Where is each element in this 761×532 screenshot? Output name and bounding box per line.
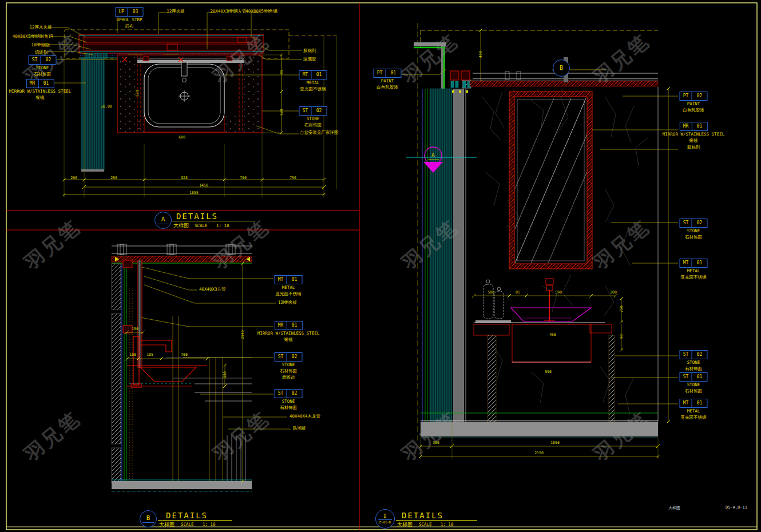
callout-tag: ST xyxy=(680,373,692,381)
dim: 590 xyxy=(555,290,562,295)
callout-tag: ST xyxy=(275,390,287,398)
callout-line: 石材饰面 xyxy=(685,388,702,394)
callout-num: 01 xyxy=(692,259,707,267)
callout-st02: ST02 STONE 石材饰面 xyxy=(299,106,327,128)
callout-tag: PT xyxy=(680,92,692,100)
callout-st01: ST01 STONE 石材饰面 xyxy=(680,372,708,394)
title-bubble-b: B xyxy=(140,510,157,527)
note-plywood: 12厚夹板 xyxy=(167,9,185,14)
callout-line: MIRROR W/STAINLESS STEEL xyxy=(257,330,319,336)
note-adhesive: 胶粘剂 xyxy=(687,145,700,150)
callout-tag: UP xyxy=(116,8,128,16)
callout-line: METAL xyxy=(687,408,700,414)
callout-st02: ST02 STONE 石材饰面 xyxy=(275,389,303,411)
callout-line: 白色乳胶漆 xyxy=(683,107,704,113)
callout-line: METAL xyxy=(282,284,295,291)
callout-line: 亚光面不锈钢 xyxy=(681,414,707,420)
cad-sheet: { "watermark": { "text": "羽兄笔" }, "foote… xyxy=(0,0,761,532)
scale-label: SCALE xyxy=(195,223,208,228)
callout-line: 石材饰面 xyxy=(685,234,702,240)
callout-line: PAINT xyxy=(381,78,394,84)
dim: 450 xyxy=(549,332,556,337)
callout-num: 01 xyxy=(312,71,327,79)
dim: 520 xyxy=(135,90,140,97)
callout-tag: MR xyxy=(27,80,39,88)
callout-st02: ST02 STONE 石材饰面 xyxy=(680,350,708,372)
dim: 200 xyxy=(610,290,617,295)
callout-st02: ST02 STONE 石材饰面 xyxy=(680,219,708,240)
callout-line: STONE xyxy=(36,65,49,71)
note-edge-finish: 磨圆边 xyxy=(282,374,295,380)
detail-a-linework xyxy=(0,0,359,211)
callout-num: 01 xyxy=(692,122,707,130)
section-marker-b: B xyxy=(553,59,570,77)
dim: 1855 xyxy=(189,190,199,195)
callout-tag: MT xyxy=(680,399,692,407)
scale-value: 1: 10 xyxy=(216,223,229,228)
callout-tag: MR xyxy=(680,122,692,130)
detail-c-title: DETAILS xyxy=(402,511,443,520)
note-glass-glue: 玻璃胶 xyxy=(303,57,316,62)
callout-num: 02 xyxy=(312,107,327,115)
callout-num: 02 xyxy=(692,351,707,359)
dim: 150 xyxy=(223,371,227,378)
note-wood-frame: 40X40X4木龙骨 xyxy=(290,414,320,419)
callout-tag: ST xyxy=(680,351,692,359)
callout-line: 银镜 xyxy=(689,137,698,144)
callout-tag: ST xyxy=(275,353,287,361)
dim: 2540 xyxy=(240,330,245,339)
callout-line: 银镜 xyxy=(36,94,45,101)
section-marker-a: A xyxy=(431,152,434,158)
scale-value: 1: 10 xyxy=(203,522,216,527)
callout-num: 01 xyxy=(692,373,707,381)
callout-line: 亚光面不锈钢 xyxy=(681,274,707,280)
dim: 700 xyxy=(181,352,188,357)
note-sealant: 填缝剂 xyxy=(35,50,48,55)
callout-tag: MT xyxy=(300,71,312,79)
note-plywood-12: 12MM夹板 xyxy=(278,300,297,305)
note-square-tube: 40X40X3方管 xyxy=(199,287,226,292)
note-adhesive: 胶粘剂 xyxy=(303,48,316,54)
callout-num: 02 xyxy=(692,92,707,100)
callout-st02: ST02 STONE 石材饰面 磨圆边 xyxy=(275,352,303,380)
callout-st02: ST02 STONE 石材饰面 xyxy=(29,55,57,77)
title-bubble-a: A xyxy=(154,212,172,229)
callout-num: 01 xyxy=(39,80,54,88)
bubble-letter: A xyxy=(161,216,165,223)
dim: 250 xyxy=(619,305,624,312)
dim: 750 xyxy=(290,176,296,180)
callout-line: 亚光面不锈钢 xyxy=(276,291,302,297)
callout-mr01: MR01 MIRROR W/STAINLESS STEEL 银镜 xyxy=(257,321,319,343)
detail-c-title-cn: 大样图 xyxy=(397,521,413,529)
callout-pt02: PT02 PAINT 白色乳胶漆 xyxy=(680,92,708,113)
title-underline xyxy=(158,520,232,521)
callout-line: 亚光面不锈钢 xyxy=(300,86,326,92)
callout-num: 02 xyxy=(287,353,302,361)
title-underline xyxy=(172,221,255,221)
callout-line: MIRROR W/STAINLESS STEEL xyxy=(663,131,724,137)
callout-num: 01 xyxy=(386,69,401,77)
callout-mr01: MR01 MIRROR W/STAINLESS STEEL 银镜 xyxy=(9,79,71,101)
callout-line: STONE xyxy=(687,228,700,234)
dim: 590 xyxy=(545,370,552,374)
detail-b-title-cn: 大样图 xyxy=(159,521,175,529)
marker-letter: B xyxy=(560,65,563,72)
callout-line: STONE xyxy=(687,382,700,388)
footer-label: 大样图 xyxy=(668,505,680,511)
callout-tag: MT xyxy=(680,259,692,267)
callout-mr01: MR01 MIRROR W/STAINLESS STEEL 银镜 xyxy=(663,122,724,144)
callout-num: 02 xyxy=(287,390,302,398)
note-moistureproof: 防潮板 xyxy=(293,426,306,431)
dim: 1850 xyxy=(550,440,560,445)
scale-label: SCALE xyxy=(181,522,194,527)
callout-tag: MT xyxy=(275,276,287,284)
dim: 928 xyxy=(181,176,188,180)
dim: 200 xyxy=(70,176,77,180)
callout-line: 石材饰面 xyxy=(304,122,322,128)
callout-line: STONE xyxy=(687,359,700,366)
dim: 790 xyxy=(240,176,247,180)
callout-mt01: MT01 METAL 亚光面不锈钢 xyxy=(680,399,708,420)
dim: 100 xyxy=(129,352,136,357)
dim: 85 xyxy=(279,70,284,74)
dim: 85 xyxy=(516,290,520,295)
